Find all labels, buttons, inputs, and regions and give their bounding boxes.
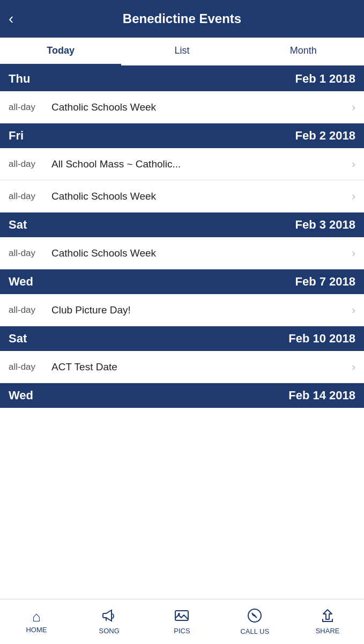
- day-label-4: Sat: [9, 332, 27, 346]
- chevron-right-icon: ›: [352, 247, 355, 259]
- event-title: Catholic Schools Week: [51, 101, 347, 113]
- chevron-right-icon: ›: [352, 361, 355, 373]
- day-date-0: Feb 1 2018: [295, 72, 355, 86]
- event-row[interactable]: all-day Club Picture Day! ›: [0, 294, 364, 326]
- day-date-4: Feb 10 2018: [288, 332, 355, 346]
- event-title: Catholic Schools Week: [51, 191, 347, 202]
- event-title: ACT Test Date: [51, 361, 347, 373]
- day-label-5: Wed: [9, 389, 33, 402]
- day-date-5: Feb 14 2018: [288, 389, 355, 402]
- app-header: ‹ Benedictine Events: [0, 0, 364, 38]
- page-title: Benedictine Events: [123, 11, 241, 26]
- nav-home-label: HOME: [26, 626, 47, 634]
- chevron-right-icon: ›: [352, 190, 355, 202]
- event-row[interactable]: all-day All School Mass ~ Catholic... ›: [0, 148, 364, 180]
- tab-bar: Today List Month: [0, 38, 364, 67]
- back-button[interactable]: ‹: [9, 10, 13, 27]
- event-row[interactable]: all-day Catholic Schools Week ›: [0, 180, 364, 213]
- day-label-1: Fri: [9, 129, 24, 143]
- nav-pics-label: PICS: [174, 627, 190, 635]
- event-title: Club Picture Day!: [51, 304, 347, 316]
- day-label-3: Wed: [9, 275, 33, 289]
- day-header-1: Fri Feb 2 2018: [0, 123, 364, 148]
- event-time: all-day: [9, 102, 51, 113]
- day-header-0: Thu Feb 1 2018: [0, 67, 364, 91]
- day-date-1: Feb 2 2018: [295, 129, 355, 143]
- song-icon: [102, 609, 117, 625]
- event-time: all-day: [9, 159, 51, 170]
- day-label-2: Sat: [9, 218, 27, 232]
- event-time: all-day: [9, 305, 51, 316]
- chevron-right-icon: ›: [352, 158, 355, 170]
- event-time: all-day: [9, 191, 51, 202]
- share-icon: [320, 609, 335, 625]
- event-row[interactable]: all-day ACT Test Date ›: [0, 351, 364, 383]
- svg-point-1: [178, 613, 180, 615]
- nav-pics[interactable]: PICS: [146, 599, 219, 644]
- nav-call-us[interactable]: CALL US: [218, 599, 291, 644]
- chevron-right-icon: ›: [352, 304, 355, 316]
- nav-song[interactable]: SONG: [73, 599, 146, 644]
- nav-home[interactable]: ⌂ HOME: [0, 599, 73, 644]
- tab-today[interactable]: Today: [0, 38, 121, 65]
- day-header-3: Wed Feb 7 2018: [0, 269, 364, 294]
- pics-icon: [174, 609, 189, 625]
- event-row[interactable]: all-day Catholic Schools Week ›: [0, 237, 364, 269]
- event-row[interactable]: all-day Catholic Schools Week ›: [0, 91, 364, 123]
- day-date-3: Feb 7 2018: [295, 275, 355, 289]
- day-header-2: Sat Feb 3 2018: [0, 213, 364, 237]
- events-container: Thu Feb 1 2018 all-day Catholic Schools …: [0, 67, 364, 453]
- event-time: all-day: [9, 248, 51, 259]
- day-date-2: Feb 3 2018: [295, 218, 355, 232]
- nav-share-label: SHARE: [316, 627, 340, 635]
- day-header-5: Wed Feb 14 2018: [0, 383, 364, 408]
- nav-share[interactable]: SHARE: [291, 599, 364, 644]
- day-header-4: Sat Feb 10 2018: [0, 326, 364, 351]
- home-icon: ⌂: [32, 610, 41, 624]
- tab-month[interactable]: Month: [243, 38, 364, 65]
- chevron-right-icon: ›: [352, 101, 355, 113]
- event-title: All School Mass ~ Catholic...: [51, 158, 347, 170]
- event-title: Catholic Schools Week: [51, 247, 347, 259]
- bottom-nav: ⌂ HOME SONG PICS: [0, 599, 364, 644]
- day-label-0: Thu: [9, 72, 30, 86]
- tab-list[interactable]: List: [121, 38, 242, 65]
- phone-icon: [247, 608, 262, 625]
- event-time: all-day: [9, 362, 51, 372]
- nav-song-label: SONG: [99, 627, 120, 635]
- nav-call-us-label: CALL US: [240, 627, 269, 635]
